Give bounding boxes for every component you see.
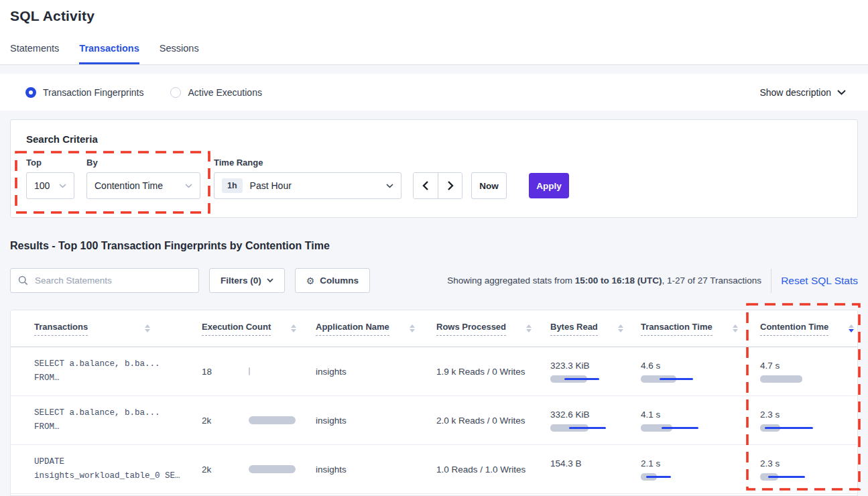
time-next-button[interactable] bbox=[438, 173, 462, 198]
column-header-contention-time[interactable]: Contention Time bbox=[760, 322, 857, 336]
table-header-row: TransactionsExecution CountApplication N… bbox=[11, 310, 857, 347]
rows-processed-value: 2.0 k Reads / 0 Writes bbox=[436, 416, 550, 426]
top-label: Top bbox=[26, 158, 42, 168]
sql-line-2: insights_workload_table_0 SE… bbox=[34, 469, 202, 483]
transaction-time-bar bbox=[641, 375, 760, 383]
transaction-fingerprint-link[interactable]: SELECT a.balance, b.ba...FROM… bbox=[34, 357, 202, 385]
column-header-label: Application Name bbox=[316, 322, 389, 336]
time-range-label: Time Range bbox=[214, 158, 263, 168]
transactions-table: TransactionsExecution CountApplication N… bbox=[10, 310, 858, 496]
chevron-down-icon bbox=[59, 184, 66, 188]
contention-time-value: 2.3 s bbox=[760, 410, 857, 420]
chevron-down-icon bbox=[837, 90, 846, 95]
search-statements-input[interactable] bbox=[10, 268, 199, 293]
column-header-label: Rows Processed bbox=[436, 322, 506, 336]
by-label: By bbox=[86, 158, 98, 168]
column-header-label: Contention Time bbox=[760, 322, 828, 336]
time-range-value: Past Hour bbox=[250, 180, 292, 191]
columns-button[interactable]: ⚙ Columns bbox=[295, 268, 370, 293]
filters-button[interactable]: Filters (0) bbox=[209, 268, 285, 293]
execution-count-bar bbox=[249, 416, 296, 424]
transaction-time-cell: 2.1 s bbox=[641, 458, 760, 481]
execution-count-cell: 2k bbox=[202, 464, 316, 475]
show-description-toggle[interactable]: Show description bbox=[759, 87, 846, 98]
sort-icon[interactable] bbox=[145, 324, 150, 332]
rows-processed-value: 1.0 Reads / 1.0 Writes bbox=[436, 464, 550, 475]
application-name-value: insights bbox=[316, 367, 436, 377]
bytes-read-value: 323.3 KiB bbox=[550, 361, 641, 371]
sort-icon[interactable] bbox=[733, 324, 738, 332]
transaction-fingerprint-link[interactable]: SELECT a.balance, b.ba...FROM… bbox=[34, 406, 202, 434]
view-toggle-row: Transaction Fingerprints Active Executio… bbox=[0, 74, 868, 111]
contention-time-value: 4.7 s bbox=[760, 361, 857, 371]
table-body: SELECT a.balance, b.ba...FROM…18insights… bbox=[11, 347, 857, 494]
bytes-read-bar bbox=[550, 424, 641, 432]
search-criteria-heading: Search Criteria bbox=[26, 133, 98, 145]
bytes-read-cell: 154.3 B bbox=[550, 458, 641, 481]
bytes-read-bar bbox=[550, 375, 641, 383]
sql-line-2: FROM… bbox=[34, 420, 202, 434]
application-name-value: insights bbox=[316, 464, 436, 475]
execution-count-bar bbox=[249, 465, 296, 473]
tab-transactions[interactable]: Transactions bbox=[79, 43, 139, 64]
stats-time-range: 15:00 to 16:18 (UTC) bbox=[575, 275, 662, 286]
tab-statements[interactable]: Statements bbox=[10, 43, 59, 64]
search-statements-box bbox=[10, 268, 199, 293]
radio-selected-icon[interactable] bbox=[25, 87, 36, 98]
radio-transaction-fingerprints[interactable]: Transaction Fingerprints bbox=[25, 87, 143, 98]
execution-count-value: 18 bbox=[202, 367, 249, 377]
column-header-application-name[interactable]: Application Name bbox=[316, 322, 436, 336]
sort-icon[interactable] bbox=[618, 324, 623, 332]
time-range-select[interactable]: 1h Past Hour bbox=[214, 172, 401, 199]
column-header-transaction-time[interactable]: Transaction Time bbox=[641, 322, 760, 336]
column-header-label: Bytes Read bbox=[550, 322, 598, 336]
gear-icon: ⚙ bbox=[306, 275, 315, 286]
execution-count-value: 2k bbox=[202, 416, 249, 426]
by-select[interactable]: Contention Time bbox=[86, 172, 200, 199]
tab-bar: Statements Transactions Sessions bbox=[10, 43, 199, 64]
table-row: UPDATEinsights_workload_table_0 SE…2kins… bbox=[11, 445, 857, 494]
column-header-bytes-read[interactable]: Bytes Read bbox=[550, 322, 641, 336]
top-select-value: 100 bbox=[34, 180, 50, 191]
time-prev-button[interactable] bbox=[414, 173, 438, 198]
column-header-rows-processed[interactable]: Rows Processed bbox=[436, 322, 550, 336]
contention-time-value: 2.3 s bbox=[760, 458, 857, 469]
radio-active-executions[interactable]: Active Executions bbox=[170, 87, 262, 98]
sort-icon[interactable] bbox=[849, 324, 854, 332]
columns-label: Columns bbox=[320, 275, 359, 286]
sort-icon[interactable] bbox=[410, 324, 415, 332]
transaction-time-cell: 4.1 s bbox=[641, 410, 760, 432]
sort-icon[interactable] bbox=[526, 324, 532, 332]
column-header-label: Execution Count bbox=[202, 322, 271, 336]
divider bbox=[771, 269, 771, 293]
sort-icon[interactable] bbox=[291, 324, 296, 332]
transaction-time-cell: 4.6 s bbox=[641, 361, 760, 383]
reset-sql-stats-link[interactable]: Reset SQL Stats bbox=[781, 275, 858, 287]
transaction-fingerprint-link[interactable]: UPDATEinsights_workload_table_0 SE… bbox=[34, 455, 202, 483]
radio-label: Transaction Fingerprints bbox=[43, 87, 143, 98]
transaction-time-bar bbox=[641, 424, 760, 432]
filters-label: Filters (0) bbox=[221, 275, 261, 286]
table-row: SELECT a.balance, b.ba...FROM…18insights… bbox=[11, 347, 857, 396]
bytes-read-value: 154.3 B bbox=[550, 458, 641, 469]
radio-unselected-icon[interactable] bbox=[170, 87, 181, 98]
by-select-value: Contention Time bbox=[95, 180, 163, 191]
sql-line-1: SELECT a.balance, b.ba... bbox=[34, 357, 202, 371]
execution-count-cell: 2k bbox=[202, 416, 316, 426]
table-row: SELECT a.balance, b.ba...FROM…2kinsights… bbox=[11, 396, 857, 445]
now-button[interactable]: Now bbox=[471, 172, 507, 199]
tab-sessions[interactable]: Sessions bbox=[160, 43, 199, 64]
chevron-down-icon bbox=[386, 184, 393, 188]
contention-time-cell: 4.7 s bbox=[760, 361, 857, 383]
column-header-transactions[interactable]: Transactions bbox=[34, 322, 202, 336]
column-header-label: Transactions bbox=[34, 322, 88, 336]
chevron-down-icon bbox=[267, 278, 273, 283]
rows-processed-value: 1.9 k Reads / 0 Writes bbox=[436, 367, 550, 377]
transaction-time-value: 2.1 s bbox=[641, 458, 760, 469]
application-name-value: insights bbox=[316, 416, 436, 426]
top-select[interactable]: 100 bbox=[26, 172, 74, 199]
bytes-read-cell: 332.6 KiB bbox=[550, 410, 641, 432]
results-heading: Results - Top 100 Transaction Fingerprin… bbox=[10, 240, 330, 252]
column-header-execution-count[interactable]: Execution Count bbox=[202, 322, 316, 336]
apply-button[interactable]: Apply bbox=[529, 173, 569, 198]
